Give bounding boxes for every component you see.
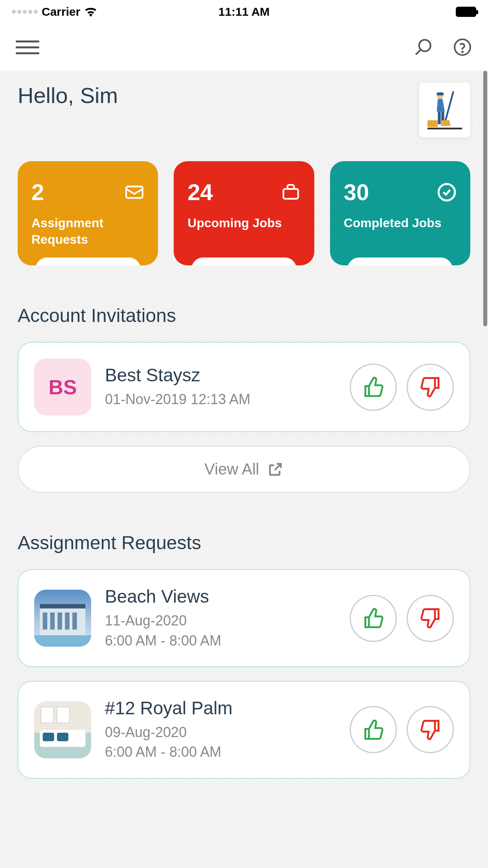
search-button[interactable] <box>413 37 433 57</box>
cleaner-icon <box>427 88 462 132</box>
svg-rect-20 <box>72 612 77 630</box>
battery-icon <box>456 7 476 17</box>
thumbs-up-icon <box>363 719 384 741</box>
reject-button[interactable] <box>407 706 454 753</box>
view-all-label: View All <box>204 460 259 478</box>
request-card[interactable]: Beach Views 11-Aug-2020 6:00 AM - 8:00 A… <box>18 569 470 667</box>
svg-rect-17 <box>50 612 55 630</box>
request-time: 6:00 AM - 8:00 AM <box>105 742 336 762</box>
invitations-title: Account Invitations <box>18 305 470 326</box>
request-time: 6:00 AM - 8:00 AM <box>105 631 336 651</box>
stats-row: 2 Assignment Requests 24 Upcoming Jobs 3… <box>18 161 470 265</box>
signal-icon <box>12 10 38 14</box>
request-date: 11-Aug-2020 <box>105 611 336 631</box>
request-thumbnail <box>34 701 91 758</box>
stat-count: 24 <box>187 179 213 205</box>
invitation-name: Best Staysz <box>105 364 336 386</box>
svg-rect-12 <box>283 189 298 199</box>
request-date: 09-Aug-2020 <box>105 723 336 742</box>
svg-rect-21 <box>34 635 91 647</box>
thumbs-down-icon <box>420 376 441 398</box>
request-card[interactable]: #12 Royal Palm 09-Aug-2020 6:00 AM - 8:0… <box>18 681 470 779</box>
external-link-icon <box>267 461 284 478</box>
view-all-button[interactable]: View All <box>18 446 470 493</box>
accept-button[interactable] <box>350 595 397 642</box>
requests-title: Assignment Requests <box>18 532 470 554</box>
thumbs-down-icon <box>420 607 441 629</box>
scroll-indicator[interactable] <box>483 71 487 326</box>
stat-label: Upcoming Jobs <box>187 215 300 232</box>
thumbs-down-icon <box>420 719 441 741</box>
svg-rect-18 <box>57 612 62 630</box>
svg-rect-28 <box>57 733 68 741</box>
app-bar <box>0 24 488 71</box>
svg-rect-7 <box>438 112 440 124</box>
svg-rect-27 <box>43 733 54 741</box>
envelope-icon <box>125 182 144 202</box>
svg-rect-19 <box>65 612 70 630</box>
status-left: Carrier <box>12 5 97 18</box>
accept-button[interactable] <box>350 706 397 753</box>
request-name: Beach Views <box>105 586 336 607</box>
invitation-avatar: BS <box>34 359 91 416</box>
user-avatar[interactable] <box>419 83 470 138</box>
wifi-icon <box>84 7 97 17</box>
carrier-label: Carrier <box>42 5 80 18</box>
reject-button[interactable] <box>407 364 454 411</box>
accept-button[interactable] <box>350 364 397 411</box>
briefcase-icon <box>281 182 301 202</box>
svg-rect-15 <box>40 604 86 609</box>
svg-point-0 <box>419 40 431 51</box>
invitation-datetime: 01-Nov-2019 12:13 AM <box>105 390 336 409</box>
reject-button[interactable] <box>407 595 454 642</box>
svg-rect-9 <box>427 120 438 127</box>
check-circle-icon <box>437 182 457 202</box>
request-name: #12 Royal Palm <box>105 697 336 719</box>
svg-rect-23 <box>41 707 53 723</box>
stat-count: 30 <box>344 179 369 205</box>
invitation-card[interactable]: BS Best Staysz 01-Nov-2019 12:13 AM <box>18 342 470 432</box>
stat-label: Assignment Requests <box>31 215 144 248</box>
help-button[interactable] <box>453 37 472 57</box>
svg-line-1 <box>416 50 421 55</box>
svg-rect-10 <box>427 128 462 129</box>
svg-rect-6 <box>437 92 444 95</box>
help-icon <box>453 38 472 57</box>
status-time: 11:11 AM <box>218 5 270 18</box>
content: Hello, Sim 2 Assignment Requests <box>0 71 488 804</box>
thumbs-up-icon <box>363 607 384 629</box>
svg-rect-16 <box>43 612 48 630</box>
stat-count: 2 <box>31 179 44 205</box>
stat-assignment-requests[interactable]: 2 Assignment Requests <box>18 161 158 265</box>
greeting: Hello, Sim <box>18 83 118 108</box>
search-icon <box>413 37 433 57</box>
svg-rect-11 <box>126 186 143 198</box>
status-bar: Carrier 11:11 AM <box>0 0 488 24</box>
menu-icon[interactable] <box>16 40 39 54</box>
thumbs-up-icon <box>363 376 384 398</box>
svg-point-3 <box>462 51 463 52</box>
request-thumbnail <box>34 590 91 647</box>
stat-label: Completed Jobs <box>344 215 457 232</box>
svg-rect-24 <box>57 707 70 723</box>
stat-completed-jobs[interactable]: 30 Completed Jobs <box>330 161 470 265</box>
stat-upcoming-jobs[interactable]: 24 Upcoming Jobs <box>174 161 314 265</box>
svg-line-4 <box>445 91 453 123</box>
